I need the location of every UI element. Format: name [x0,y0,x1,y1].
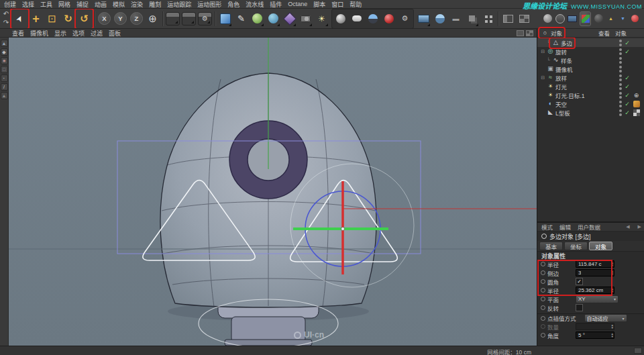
history-forward-button[interactable]: ▶ [638,224,641,230]
visibility-dots[interactable] [619,57,623,64]
keyframe-dot[interactable] [541,305,545,310]
visibility-dots[interactable] [619,74,623,81]
scale-tool-icon[interactable] [44,10,60,28]
target-tag-icon[interactable] [632,91,641,99]
object-manager-title[interactable]: 对象 [540,29,564,37]
points-mode-icon[interactable] [1,74,8,82]
viewport-menu-item[interactable]: 过滤 [91,29,103,38]
object-label[interactable]: 放样 [545,74,568,82]
attribute-subtab[interactable]: 坐标 [564,242,588,250]
redo-icon[interactable] [1,19,11,27]
object-manager-menu-item[interactable]: 查看 [598,29,610,37]
render-view-icon[interactable] [166,12,180,26]
polygons-mode-icon[interactable] [1,92,8,99]
viewport-menu-item[interactable]: 显示 [54,29,66,38]
deformer-icon[interactable] [282,10,297,28]
move-tool-icon[interactable] [28,10,44,28]
floor-icon[interactable] [416,10,431,28]
subdivision-surface-icon[interactable] [250,10,265,28]
red-close-icon[interactable] [629,11,641,26]
arrow-up-icon[interactable]: ▲ [605,11,616,26]
spinner-arrows[interactable]: ▲▼ [611,288,614,293]
menubar-item[interactable]: Octane [288,1,307,7]
axis-x-button[interactable]: X [98,12,111,25]
keyframe-dot[interactable] [541,270,545,275]
axis-y-button[interactable]: Y [114,12,127,25]
enabled-check-icon[interactable]: ✓ [624,48,631,55]
rotate-tool-icon[interactable] [60,10,76,28]
value-input[interactable]: 5 °▲▼ [576,332,614,339]
instance-icon[interactable] [464,10,480,28]
object-label[interactable]: 天空 [545,100,568,108]
value-input[interactable]: ▲▼ [576,323,614,330]
octane-material-icon[interactable] [349,10,364,28]
live-selection-tool-icon[interactable] [12,10,28,28]
dropdown[interactable]: XY▾ [576,295,619,303]
viewport-3d-scene[interactable] [9,38,537,346]
keyframe-dot[interactable] [541,262,545,266]
keyframe-dot[interactable] [541,288,545,293]
keyframe-dot[interactable] [541,316,545,321]
object-manager-menu-item[interactable]: 对象 [615,29,627,37]
shaded-sphere-icon[interactable] [542,11,553,26]
checkbox[interactable]: ✓ [576,278,583,285]
visibility-dots[interactable] [619,48,623,55]
object-row[interactable]: 摄像机 [537,64,644,73]
visibility-dots[interactable] [619,40,623,46]
array-icon[interactable] [480,10,496,28]
make-editable-icon[interactable] [1,40,8,47]
attribute-manager-menu-item[interactable]: 模式 [541,223,553,231]
single-layout-icon[interactable] [500,10,516,28]
quad-view-icon[interactable] [526,30,533,36]
history-back-button[interactable]: ◀ [626,224,629,230]
object-row[interactable]: L型板✓ [537,108,644,117]
quad-layout-icon[interactable] [517,10,532,28]
render-settings-icon[interactable] [198,12,212,26]
render-picture-viewer-icon[interactable] [182,12,196,26]
object-label[interactable]: 摄像机 [545,65,574,73]
enabled-check-icon[interactable]: ✓ [624,92,631,99]
keyframe-dot[interactable] [541,333,545,338]
menubar-item[interactable]: 动画 [95,0,107,9]
checkbox[interactable] [576,304,583,311]
keyframe-dot[interactable] [541,324,545,329]
menubar-item[interactable]: 创建 [4,0,16,9]
wire-sphere-icon[interactable] [554,11,566,26]
enabled-check-icon[interactable]: ✓ [624,74,631,81]
enabled-check-icon[interactable]: ✓ [624,40,631,46]
checker-tag-icon[interactable] [632,109,641,116]
viewport-menu-item[interactable]: 摄像机 [30,29,48,38]
octane-environment-icon[interactable] [365,10,380,28]
enabled-check-icon[interactable]: ✓ [624,83,631,90]
generator-icon[interactable] [266,10,281,28]
sky-icon[interactable] [432,10,447,28]
spline-pen-icon[interactable] [233,10,249,28]
object-row[interactable]: ⊟放样✓ [537,73,644,82]
octane-liveviewer-icon[interactable] [333,10,348,28]
value-input[interactable]: 25.362 cm▲▼ [576,287,614,294]
value-input[interactable]: 115.847 c▲▼ [576,260,614,268]
menubar-item[interactable]: 流水线 [246,0,264,9]
dark-sphere-icon[interactable] [593,11,604,26]
spinner-arrows[interactable]: ▲▼ [611,270,614,276]
object-label[interactable]: 多边 [551,39,574,47]
statusbar-button[interactable] [634,348,642,354]
visibility-dots[interactable] [619,66,623,72]
menubar-item[interactable]: 运动图形 [197,0,221,9]
model-mode-icon[interactable] [1,48,8,56]
spinner-arrows[interactable]: ▲▼ [611,324,614,329]
menubar-item[interactable]: 插件 [270,0,282,9]
menubar-item[interactable]: 工具 [40,0,52,9]
menubar-item[interactable]: 网格 [58,0,70,9]
viewport-menu-item[interactable]: 面板 [109,29,121,38]
object-row[interactable]: ⊟旋转✓ [537,47,644,56]
enabled-check-icon[interactable]: ✓ [624,109,631,116]
undo-icon[interactable] [1,10,11,18]
primitive-cube-icon[interactable] [217,10,233,28]
menubar-item[interactable]: 运动跟踪 [167,0,191,9]
edges-mode-icon[interactable] [1,83,8,91]
object-row[interactable]: 灯光✓ [537,82,644,91]
spinner-arrows[interactable]: ▲▼ [611,262,614,267]
menubar-item[interactable]: 窗口 [331,0,343,9]
object-row[interactable]: 天空✓ [537,99,644,108]
